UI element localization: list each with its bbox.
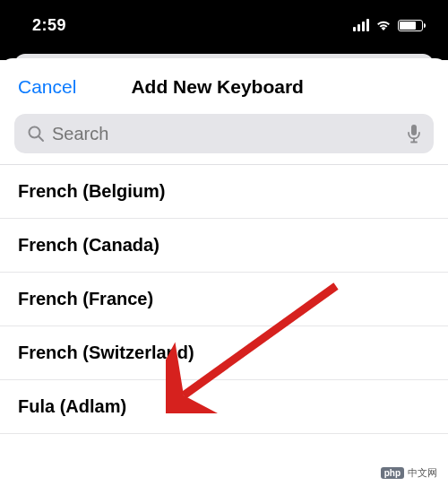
cellular-signal-icon bbox=[353, 19, 369, 31]
modal-sheet: Cancel Add New Keyboard French (Belgium)… bbox=[0, 58, 448, 486]
status-bar: 2:59 bbox=[0, 0, 448, 50]
watermark: php 中文网 bbox=[377, 465, 441, 481]
list-item[interactable]: French (Canada) bbox=[0, 219, 448, 273]
keyboard-list: French (Belgium) French (Canada) French … bbox=[0, 164, 448, 434]
search-icon bbox=[27, 125, 45, 143]
search-bar[interactable] bbox=[14, 114, 434, 153]
mic-icon[interactable] bbox=[407, 124, 421, 143]
page-title: Add New Keyboard bbox=[40, 76, 430, 98]
wifi-icon bbox=[375, 19, 392, 31]
nav-header: Cancel Add New Keyboard bbox=[0, 58, 448, 114]
watermark-logo: php bbox=[381, 467, 404, 479]
search-wrap bbox=[0, 114, 448, 164]
list-item[interactable]: Fula (Adlam) bbox=[0, 380, 448, 434]
battery-icon bbox=[398, 20, 423, 31]
status-right-icons bbox=[353, 19, 423, 31]
svg-line-1 bbox=[39, 136, 43, 141]
status-time: 2:59 bbox=[32, 16, 66, 35]
list-item[interactable]: French (Belgium) bbox=[0, 165, 448, 219]
search-input[interactable] bbox=[52, 124, 407, 144]
watermark-text: 中文网 bbox=[408, 466, 437, 480]
list-item[interactable]: French (France) bbox=[0, 273, 448, 326]
svg-rect-2 bbox=[411, 125, 417, 135]
list-item[interactable]: French (Switzerland) bbox=[0, 326, 448, 380]
